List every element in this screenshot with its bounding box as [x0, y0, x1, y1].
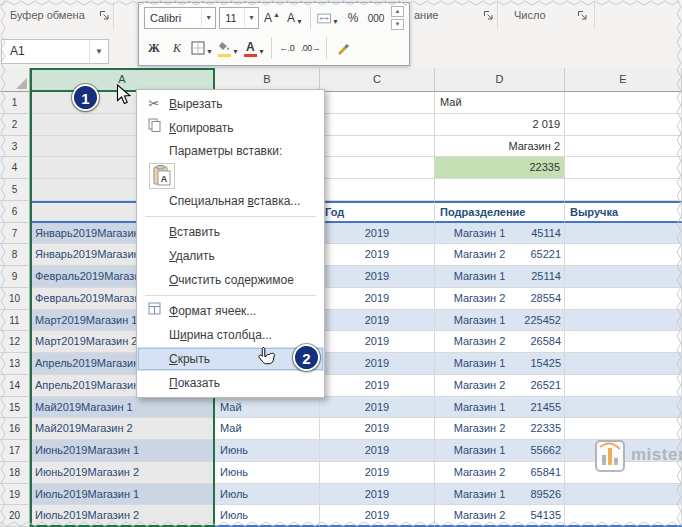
- cell-E9[interactable]: 25114: [565, 266, 682, 288]
- cell-A20[interactable]: Июль2019Магазин 2: [30, 505, 215, 527]
- font-name-select[interactable]: Calibri ▼: [144, 7, 216, 29]
- row-header-11[interactable]: 11: [0, 310, 30, 332]
- cell-C9[interactable]: 2019: [320, 266, 435, 288]
- cell-B18[interactable]: Июнь: [215, 462, 320, 484]
- cell-C15[interactable]: 2019: [320, 397, 435, 419]
- row-header-15[interactable]: 15: [0, 397, 30, 419]
- cell-C10[interactable]: 2019: [320, 288, 435, 310]
- cell-C16[interactable]: 2019: [320, 418, 435, 440]
- cell-A16[interactable]: Май2019Магазин 2: [30, 418, 215, 440]
- cell-C11[interactable]: 2019: [320, 310, 435, 332]
- menu-item-insert[interactable]: Вставить: [137, 220, 324, 244]
- cell-A15[interactable]: Май2019Магазин 1: [30, 397, 215, 419]
- cell-C18[interactable]: 2019: [320, 462, 435, 484]
- cell-E10[interactable]: 28554: [565, 288, 682, 310]
- cell-C20[interactable]: 2019: [320, 505, 435, 527]
- cell-D1[interactable]: Май: [435, 92, 565, 114]
- cell-D4[interactable]: 22335: [435, 157, 565, 179]
- cell-C1[interactable]: [320, 92, 435, 114]
- cell-C7[interactable]: 2019: [320, 223, 435, 245]
- grow-font-button[interactable]: А▲: [262, 7, 282, 29]
- row-header-6[interactable]: 6: [0, 201, 30, 223]
- cell-C6[interactable]: Год: [320, 201, 435, 223]
- cell-E19[interactable]: 89526: [565, 484, 682, 506]
- row-header-5[interactable]: 5: [0, 179, 30, 201]
- cell-D6[interactable]: Подразделение: [435, 201, 565, 223]
- dialog-launcher-clipboard-icon[interactable]: [99, 10, 111, 22]
- cell-C8[interactable]: 2019: [320, 244, 435, 266]
- cell-B20[interactable]: Июль: [215, 505, 320, 527]
- row-header-20[interactable]: 20: [0, 505, 30, 527]
- cell-B16[interactable]: Май: [215, 418, 320, 440]
- cell-E7[interactable]: 45114: [565, 223, 682, 245]
- chevron-down-icon[interactable]: ▼: [244, 9, 258, 27]
- cell-E11[interactable]: 225452: [565, 310, 682, 332]
- menu-item-copy[interactable]: Копировать: [137, 116, 324, 140]
- column-header-D[interactable]: D: [435, 68, 565, 92]
- cell-E15[interactable]: 21455: [565, 397, 682, 419]
- menu-item-paste-special[interactable]: Специальная вставка...: [137, 189, 324, 213]
- cell-E3[interactable]: [565, 136, 682, 158]
- cell-B19[interactable]: Июль: [215, 484, 320, 506]
- menu-item-cut[interactable]: ✂Вырезать: [137, 92, 324, 116]
- row-header-8[interactable]: 8: [0, 244, 30, 266]
- mini-button-down[interactable]: ▼: [391, 19, 404, 30]
- menu-item-column-width[interactable]: Ширина столбца...: [137, 323, 324, 347]
- cell-A18[interactable]: Июнь2019Магазин 2: [30, 462, 215, 484]
- italic-button[interactable]: К: [167, 37, 187, 59]
- row-header-17[interactable]: 17: [0, 440, 30, 462]
- percent-style-button[interactable]: %: [343, 7, 363, 29]
- cell-E1[interactable]: [565, 92, 682, 114]
- column-header-C[interactable]: C: [320, 68, 435, 92]
- cell-E13[interactable]: 15425: [565, 353, 682, 375]
- menu-item-format-cells[interactable]: Формат ячеек...: [137, 299, 324, 323]
- cell-D3[interactable]: Магазин 2: [435, 136, 565, 158]
- cell-C14[interactable]: 2019: [320, 375, 435, 397]
- mini-button-up[interactable]: ▲: [391, 6, 404, 17]
- row-header-14[interactable]: 14: [0, 375, 30, 397]
- cell-E8[interactable]: 65221: [565, 244, 682, 266]
- increase-decimal-button[interactable]: ←.0: [277, 37, 297, 59]
- decrease-decimal-button[interactable]: .00→: [300, 37, 322, 59]
- comma-style-button[interactable]: 000: [366, 7, 386, 29]
- chevron-down-icon[interactable]: ▼: [201, 9, 215, 27]
- cell-B17[interactable]: Июнь: [215, 440, 320, 462]
- row-header-4[interactable]: 4: [0, 157, 30, 179]
- cell-C3[interactable]: [320, 136, 435, 158]
- column-header-E[interactable]: E: [565, 68, 682, 92]
- row-header-10[interactable]: 10: [0, 288, 30, 310]
- cell-B15[interactable]: Май: [215, 397, 320, 419]
- cell-C2[interactable]: [320, 114, 435, 136]
- cell-E12[interactable]: 26584: [565, 331, 682, 353]
- cell-C4[interactable]: [320, 157, 435, 179]
- dialog-launcher-number-icon[interactable]: [577, 10, 589, 22]
- dialog-launcher-alignment-icon[interactable]: [483, 10, 495, 22]
- cell-C12[interactable]: 2019: [320, 331, 435, 353]
- row-header-7[interactable]: 7: [0, 223, 30, 245]
- cell-E5[interactable]: [565, 179, 682, 201]
- shrink-font-button[interactable]: А▼: [285, 7, 305, 29]
- row-header-3[interactable]: 3: [0, 136, 30, 158]
- merge-center-button[interactable]: ▼: [316, 7, 340, 29]
- cell-C13[interactable]: 2019: [320, 353, 435, 375]
- row-header-19[interactable]: 19: [0, 484, 30, 506]
- row-header-13[interactable]: 13: [0, 353, 30, 375]
- format-painter-button[interactable]: [332, 37, 352, 59]
- menu-item-unhide[interactable]: Показать: [137, 371, 324, 395]
- cell-C5[interactable]: [320, 179, 435, 201]
- fill-color-button[interactable]: ▼: [217, 37, 240, 59]
- cell-E2[interactable]: [565, 114, 682, 136]
- menu-item-clear-contents[interactable]: Очистить содержимое: [137, 268, 324, 292]
- name-box-dropdown-icon[interactable]: ▼: [89, 40, 108, 63]
- name-box[interactable]: A1 ▼: [1, 39, 109, 64]
- cell-D2[interactable]: 2 019: [435, 114, 565, 136]
- row-header-9[interactable]: 9: [0, 266, 30, 288]
- select-all-corner[interactable]: [0, 68, 30, 92]
- cell-E6[interactable]: Выручка: [565, 201, 682, 223]
- cell-C17[interactable]: 2019: [320, 440, 435, 462]
- font-size-select[interactable]: 11 ▼: [219, 7, 259, 29]
- row-header-12[interactable]: 12: [0, 331, 30, 353]
- paste-option-button[interactable]: A: [149, 163, 175, 189]
- row-header-18[interactable]: 18: [0, 462, 30, 484]
- font-color-button[interactable]: А ▼: [243, 37, 266, 59]
